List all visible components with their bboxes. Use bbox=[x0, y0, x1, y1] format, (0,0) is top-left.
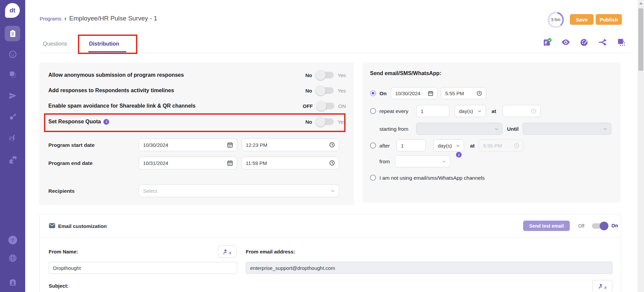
toggle-off-label: OFF bbox=[303, 103, 313, 109]
until-select[interactable] bbox=[522, 123, 611, 135]
toggle-on-label: ON bbox=[338, 103, 346, 109]
start-date-input[interactable] bbox=[143, 142, 227, 148]
starting-from-label: starting from bbox=[379, 126, 408, 132]
clock-icon[interactable] bbox=[329, 142, 335, 148]
anonymous-toggle[interactable] bbox=[316, 72, 334, 78]
email-card-divider bbox=[40, 237, 620, 238]
end-time-field[interactable] bbox=[241, 157, 339, 169]
save-button[interactable]: Save bbox=[570, 14, 594, 25]
setting-row-timelines: Add responses to Respondents activity ti… bbox=[48, 85, 346, 96]
repeat-at-time-field[interactable] bbox=[503, 105, 541, 117]
breadcrumb-programs-link[interactable]: Programs bbox=[40, 16, 61, 21]
chevron-down-icon bbox=[477, 109, 482, 114]
account-badge-icon[interactable] bbox=[8, 278, 17, 287]
scrollbar-thumb[interactable] bbox=[638, 8, 643, 71]
calendar-icon[interactable] bbox=[227, 142, 233, 148]
from-email-label: From email address: bbox=[246, 249, 295, 254]
from-name-label: From Name: bbox=[49, 249, 78, 254]
theme-palette-icon[interactable] bbox=[580, 38, 589, 47]
language-globe-icon[interactable] bbox=[8, 254, 17, 262]
start-time-input[interactable] bbox=[246, 142, 329, 148]
from-select[interactable] bbox=[395, 155, 450, 167]
start-time-field[interactable] bbox=[241, 138, 339, 151]
setting-label: Allow anonymous submission of program re… bbox=[48, 72, 184, 78]
send-paper-plane-icon[interactable] bbox=[8, 92, 17, 100]
clipboard-icon[interactable] bbox=[8, 29, 17, 38]
send-on-time-input[interactable] bbox=[445, 91, 476, 96]
repeat-count-input[interactable] bbox=[421, 108, 445, 114]
clock-icon[interactable] bbox=[476, 91, 482, 96]
templates-copy-icon[interactable] bbox=[8, 70, 17, 79]
repeat-unit-select[interactable]: day(s) bbox=[455, 105, 486, 117]
send-schedule-card: Send email/SMS/WhatsApp: On repeat every… bbox=[363, 62, 621, 202]
clock-icon bbox=[531, 108, 537, 114]
repeat-count-field[interactable] bbox=[416, 105, 449, 117]
dropthought-logo[interactable]: dt bbox=[5, 3, 20, 18]
calendar-icon[interactable] bbox=[428, 91, 433, 96]
recipients-select[interactable]: Select bbox=[139, 184, 339, 197]
timelines-toggle[interactable] bbox=[316, 87, 334, 94]
preview-eye-icon[interactable] bbox=[561, 38, 570, 47]
translate-letter: A bbox=[545, 41, 547, 44]
toggle-off-label: No bbox=[306, 72, 312, 78]
scrollbar-up-arrow-icon[interactable] bbox=[639, 2, 643, 4]
clock-icon[interactable] bbox=[329, 160, 335, 166]
end-time-input[interactable] bbox=[246, 160, 329, 166]
radio-send-on[interactable] bbox=[370, 90, 376, 96]
from-name-input[interactable] bbox=[49, 262, 237, 274]
calendar-icon[interactable] bbox=[227, 160, 233, 166]
end-date-input[interactable] bbox=[143, 160, 227, 166]
integrations-puzzle-icon[interactable] bbox=[8, 156, 17, 164]
insert-variable-button-subject[interactable]: # bbox=[592, 280, 612, 292]
spam-avoidance-toggle[interactable] bbox=[317, 103, 334, 109]
after-unit-select[interactable]: day(s) bbox=[433, 139, 464, 152]
person-hash-icon bbox=[223, 248, 230, 255]
app-window: dt bbox=[0, 0, 644, 292]
automation-lightning-icon[interactable] bbox=[8, 134, 17, 143]
starting-from-select[interactable] bbox=[416, 123, 503, 135]
person-hash-icon bbox=[598, 283, 605, 290]
insert-variable-button[interactable]: # bbox=[218, 245, 236, 258]
send-test-email-button[interactable]: Send test email bbox=[523, 221, 570, 231]
estimated-time-label: 3-5m bbox=[551, 17, 560, 22]
publish-button[interactable]: Publish bbox=[596, 14, 622, 25]
translations-icon[interactable]: A bbox=[543, 38, 552, 47]
radio-after[interactable] bbox=[370, 142, 376, 149]
help-icon[interactable]: ? bbox=[8, 236, 17, 244]
schedule-title: Send email/SMS/WhatsApp: bbox=[370, 70, 441, 76]
highlight-box-distribution-tab bbox=[78, 35, 137, 54]
start-date-field[interactable] bbox=[139, 138, 237, 151]
key-icon[interactable] bbox=[8, 112, 17, 121]
clock-icon bbox=[514, 143, 519, 149]
end-date-field[interactable] bbox=[139, 157, 237, 169]
repeat-at-time-input[interactable] bbox=[507, 108, 531, 114]
after-count-field[interactable] bbox=[397, 139, 426, 152]
email-toggle-on-label: On bbox=[611, 223, 618, 228]
duplicate-pages-icon[interactable] bbox=[616, 38, 626, 47]
send-on-time-field[interactable] bbox=[441, 87, 486, 99]
recipients-label: Recipients bbox=[48, 188, 75, 194]
logo-text: dt bbox=[10, 7, 15, 14]
after-count-input[interactable] bbox=[401, 143, 422, 149]
radio-repeat[interactable] bbox=[370, 108, 376, 114]
envelope-icon bbox=[49, 223, 55, 229]
tab-questions[interactable]: Questions bbox=[43, 41, 67, 47]
until-label: Until bbox=[507, 126, 518, 132]
page-title: Employee/HR Pulse Survey - 1 bbox=[69, 15, 157, 22]
after-label: after bbox=[379, 143, 390, 149]
toggle-on-label: Yes bbox=[338, 72, 346, 78]
respondent-face-icon[interactable] bbox=[8, 50, 17, 59]
send-on-date-input[interactable] bbox=[395, 91, 428, 96]
share-icon[interactable] bbox=[598, 38, 607, 47]
send-on-date-field[interactable] bbox=[391, 87, 438, 99]
page-scrollbar[interactable] bbox=[638, 0, 644, 292]
email-enabled-toggle[interactable] bbox=[592, 223, 607, 229]
recipients-placeholder: Select bbox=[143, 188, 157, 194]
email-customization-card: Email customization Send test email Off … bbox=[39, 214, 621, 292]
repeat-label: repeat every bbox=[379, 108, 408, 114]
end-date-label: Program end date bbox=[48, 160, 93, 166]
info-icon[interactable]: i bbox=[456, 152, 462, 158]
radio-no-channels[interactable] bbox=[370, 175, 376, 181]
from-label: from bbox=[379, 159, 390, 165]
chevron-down-icon bbox=[603, 126, 608, 131]
